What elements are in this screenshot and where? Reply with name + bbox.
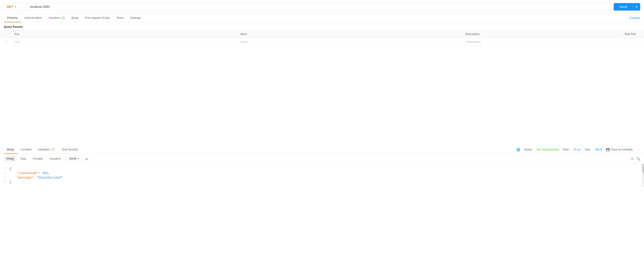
response-tabs-bar: Body Cookies Headers (7) Test Results 🌐 …: [0, 145, 644, 154]
line-content-2: "statusCode": 401,: [10, 172, 644, 175]
tab-body[interactable]: Body: [68, 14, 82, 22]
row-desc-cell[interactable]: Description: [462, 38, 616, 46]
scrollbar-thumb[interactable]: [642, 164, 644, 173]
time-label-text: Time:: [562, 148, 570, 151]
toolbar-right-icons: ⧉ 🔍: [631, 157, 640, 161]
col-checkbox: [0, 30, 11, 38]
url-input[interactable]: [27, 3, 612, 10]
params-table: Key Value Description ··· Bulk Edit: [0, 30, 644, 46]
query-params-title: Query Params: [0, 22, 644, 30]
method-label: GET: [7, 5, 13, 8]
wrap-icon[interactable]: ⇌: [85, 156, 88, 161]
line-num-1: 1: [0, 167, 10, 170]
response-status-area: 🌐 Status: 401 Unauthorized Time: 15 ms S…: [516, 148, 640, 152]
code-line-3: 3 "message": "Unauthorized": [0, 176, 644, 180]
request-tabs: Params Authorization Headers (6) Body Pr…: [0, 14, 644, 22]
search-icon[interactable]: 🔍: [636, 157, 640, 160]
row-key-cell[interactable]: Key: [11, 38, 236, 46]
more-options-icon: ···: [620, 32, 623, 36]
col-description: Description: [462, 30, 616, 38]
line-content-3: "message": "Unauthorized": [10, 176, 644, 180]
bulk-edit-col: ··· Bulk Edit: [616, 30, 644, 38]
format-btn-visualize[interactable]: Visualize: [46, 156, 64, 162]
cookies-link[interactable]: Cookies: [629, 16, 640, 20]
app-layout: GET ▼ Send ▼ Params Authorization Header…: [0, 0, 644, 277]
status-value: 401 Unauthorized: [536, 148, 559, 151]
save-as-example-button[interactable]: 💾 Save as example: [606, 148, 633, 152]
copy-icon[interactable]: ⧉: [631, 157, 634, 161]
col-value: Value: [236, 30, 462, 38]
tab-params[interactable]: Params: [4, 14, 21, 22]
code-line-1: 1 {: [0, 166, 644, 171]
bulk-edit-area: ··· Bulk Edit: [620, 32, 640, 36]
scrollbar-track: [642, 164, 644, 187]
format-btn-raw[interactable]: Raw: [18, 156, 29, 162]
resp-tab-cookies[interactable]: Cookies: [18, 145, 35, 154]
send-dropdown-button[interactable]: ▼: [633, 3, 640, 10]
table-row: Key Value Description: [0, 38, 644, 46]
tab-headers[interactable]: Headers (6): [46, 14, 68, 22]
request-section: Params Authorization Headers (6) Body Pr…: [0, 14, 644, 145]
row-checkbox-cell: [0, 38, 11, 46]
bulk-edit-label[interactable]: Bulk Edit: [625, 32, 636, 36]
response-body-toolbar: Pretty Raw Preview Visualize JSON ▼ ⇌ ⧉ …: [0, 154, 644, 164]
method-select[interactable]: GET ▼: [4, 3, 25, 10]
globe-icon: 🌐: [516, 148, 520, 152]
row-checkbox[interactable]: [4, 40, 7, 43]
chevron-down-icon: ▼: [14, 6, 17, 8]
code-line-4: 4 }: [0, 180, 644, 184]
response-section: Body Cookies Headers (7) Test Results 🌐 …: [0, 145, 644, 277]
format-type-select[interactable]: JSON ▼: [66, 156, 82, 162]
line-content-4: }: [10, 180, 644, 184]
code-area: 1 { 2 "statusCode": 401, 3 "message": "U…: [0, 164, 644, 187]
format-chevron-icon: ▼: [78, 158, 80, 160]
response-more-options-icon[interactable]: ···: [636, 148, 640, 151]
col-key: Key: [11, 30, 236, 38]
tab-pre-request-script[interactable]: Pre-request Script: [82, 14, 113, 22]
format-btn-preview[interactable]: Preview: [30, 156, 46, 162]
code-line-2: 2 "statusCode": 401,: [0, 171, 644, 176]
time-value: 15 ms: [573, 148, 581, 151]
line-content-1: {: [10, 167, 644, 170]
row-value-cell[interactable]: Value: [236, 38, 462, 46]
resp-tab-body[interactable]: Body: [4, 145, 18, 154]
send-button[interactable]: Send: [614, 3, 633, 10]
tab-tests[interactable]: Tests: [113, 14, 127, 22]
resp-tab-headers[interactable]: Headers (7): [35, 145, 58, 154]
row-actions-cell: [616, 38, 644, 46]
url-bar: GET ▼ Send ▼: [0, 0, 644, 14]
format-btn-pretty[interactable]: Pretty: [4, 156, 17, 162]
send-button-group: Send ▼: [614, 3, 640, 10]
size-value: 288 B: [595, 148, 602, 151]
tab-settings[interactable]: Settings: [127, 14, 144, 22]
save-icon: 💾: [606, 148, 610, 152]
line-num-4: 4: [0, 180, 10, 184]
line-num-2: 2: [0, 172, 10, 175]
resp-tab-test-results[interactable]: Test Results: [58, 145, 82, 154]
size-label-text: Size:: [585, 148, 591, 151]
tab-authorization[interactable]: Authorization: [21, 14, 46, 22]
line-num-3: 3: [0, 176, 10, 179]
status-label-text: Status:: [524, 148, 533, 151]
